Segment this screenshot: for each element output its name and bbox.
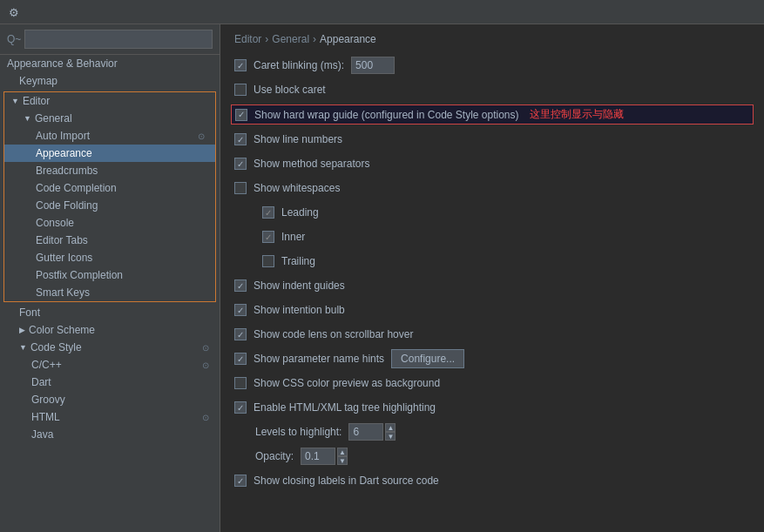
checkbox-show-parameter-hints[interactable] <box>234 353 247 365</box>
sidebar-item-code-style[interactable]: ▼Code Style⊙ <box>0 339 220 356</box>
checkbox-show-hard-wrap[interactable] <box>235 109 247 121</box>
sidebar-item-code-folding[interactable]: Code Folding <box>4 197 215 214</box>
setting-row-trailing: Trailing <box>234 252 750 271</box>
sidebar-item-label: Keymap <box>19 75 213 87</box>
breadcrumb: Editor › General › Appearance <box>234 33 750 45</box>
setting-row-show-intention-bulb: Show intention bulb <box>234 300 750 320</box>
label-inner: Inner <box>281 231 305 243</box>
setting-row-show-whitespaces: Show whitespaces <box>234 178 750 198</box>
checkbox-trailing[interactable] <box>262 255 274 267</box>
setting-row-show-parameter-hints: Show parameter name hintsConfigure... <box>234 349 750 368</box>
checkbox-inner[interactable] <box>262 231 274 243</box>
sidebar-item-general[interactable]: ▼General <box>4 110 215 127</box>
label-show-closing-labels: Show closing labels in Dart source code <box>254 475 439 487</box>
checkbox-show-css-color[interactable] <box>234 377 247 389</box>
label-leading: Leading <box>281 206 319 219</box>
label-show-method-separators: Show method separators <box>254 158 369 170</box>
sidebar-item-label: Editor Tabs <box>36 234 208 246</box>
setting-row-levels-to-highlight: Levels to highlight: ▲ ▼ <box>234 422 750 441</box>
sidebar-item-cpp[interactable]: C/C++⊙ <box>0 356 220 374</box>
sidebar-item-label: Console <box>36 217 208 229</box>
checkbox-show-closing-labels[interactable] <box>234 475 247 487</box>
checkbox-show-code-lens[interactable] <box>234 328 247 340</box>
sidebar-item-label: General <box>35 112 208 125</box>
label-caret-blinking: Caret blinking (ms): <box>254 59 344 71</box>
sidebar-item-label: Dart <box>31 376 213 388</box>
content-area: Editor › General › Appearance Caret blin… <box>220 24 764 532</box>
sidebar-item-label: Gutter Icons <box>36 252 208 264</box>
spinner-down-levels-to-highlight[interactable]: ▼ <box>385 432 396 441</box>
sidebar-nav: Appearance & BehaviorKeymap▼Editor▼Gener… <box>0 55 220 443</box>
setting-label-levels-to-highlight: Levels to highlight: <box>255 426 341 438</box>
checkbox-show-intention-bulb[interactable] <box>234 304 247 316</box>
sidebar-item-html[interactable]: HTML⊙ <box>0 408 220 426</box>
spinner-up-opacity[interactable]: ▲ <box>337 448 348 456</box>
search-input[interactable] <box>24 30 213 49</box>
breadcrumb-general: General <box>272 33 309 45</box>
sidebar-item-groovy[interactable]: Groovy <box>0 391 220 408</box>
checkbox-caret-blinking[interactable] <box>234 59 247 71</box>
label-show-hard-wrap: Show hard wrap guide (configured in Code… <box>254 109 519 121</box>
label-show-whitespaces: Show whitespaces <box>254 182 340 194</box>
setting-row-inner: Inner <box>234 227 750 246</box>
sidebar-item-appearance-behavior[interactable]: Appearance & Behavior <box>0 55 220 72</box>
spinner-input-levels-to-highlight[interactable] <box>348 423 383 441</box>
checkbox-use-block-caret[interactable] <box>234 84 247 96</box>
spinner-levels-to-highlight: ▲ ▼ <box>348 423 396 441</box>
spinner-down-opacity[interactable]: ▼ <box>337 456 348 465</box>
sidebar: Q~ Appearance & BehaviorKeymap▼Editor▼Ge… <box>0 24 220 532</box>
checkbox-show-line-numbers[interactable] <box>234 133 247 145</box>
label-use-block-caret: Use block caret <box>254 84 326 96</box>
spinner-input-opacity[interactable] <box>301 448 335 465</box>
sidebar-item-console[interactable]: Console <box>4 214 215 232</box>
arrow-icon: ▼ <box>24 114 31 123</box>
spinner-arrows-levels-to-highlight: ▲ ▼ <box>385 423 396 441</box>
sidebar-item-keymap[interactable]: Keymap <box>0 72 220 90</box>
sidebar-item-auto-import[interactable]: Auto Import⊙ <box>4 127 215 145</box>
setting-row-caret-blinking: Caret blinking (ms): <box>234 56 750 75</box>
right-icon: ⊙ <box>202 413 209 422</box>
setting-row-opacity: Opacity: ▲ ▼ <box>234 447 750 466</box>
sidebar-item-label: Appearance <box>36 147 208 159</box>
sidebar-item-java[interactable]: Java <box>0 426 220 443</box>
sidebar-item-smart-keys[interactable]: Smart Keys <box>4 284 215 301</box>
checkbox-show-method-separators[interactable] <box>234 158 247 170</box>
sidebar-item-dart[interactable]: Dart <box>0 374 220 391</box>
label-show-indent-guides: Show indent guides <box>254 279 345 292</box>
sidebar-item-label: Code Completion <box>36 182 208 194</box>
checkbox-leading[interactable] <box>262 206 274 219</box>
sidebar-item-editor-tabs[interactable]: Editor Tabs <box>4 232 215 249</box>
sidebar-item-gutter-icons[interactable]: Gutter Icons <box>4 249 215 266</box>
search-icon: Q~ <box>7 33 21 45</box>
sidebar-item-label: Code Style <box>30 341 202 354</box>
sidebar-item-code-completion[interactable]: Code Completion <box>4 179 215 197</box>
arrow-icon: ▶ <box>19 326 25 334</box>
configure-button-show-parameter-hints[interactable]: Configure... <box>391 349 464 368</box>
spinner-up-levels-to-highlight[interactable]: ▲ <box>385 423 396 432</box>
sidebar-item-font[interactable]: Font <box>0 304 220 321</box>
sidebar-item-breadcrumbs[interactable]: Breadcrumbs <box>4 162 215 179</box>
chinese-annotation: 这里控制显示与隐藏 <box>530 107 624 122</box>
setting-row-use-block-caret: Use block caret <box>234 80 750 99</box>
checkbox-show-whitespaces[interactable] <box>234 182 247 194</box>
setting-row-show-hard-wrap: Show hard wrap guide (configured in Code… <box>231 104 754 125</box>
input-caret-blinking[interactable] <box>351 57 395 74</box>
checkbox-show-indent-guides[interactable] <box>234 279 247 292</box>
sidebar-item-label: Color Scheme <box>29 324 213 336</box>
setting-row-show-line-numbers: Show line numbers <box>234 130 750 149</box>
sidebar-item-color-scheme[interactable]: ▶Color Scheme <box>0 321 220 339</box>
sidebar-item-editor[interactable]: ▼Editor <box>4 92 215 110</box>
sidebar-item-appearance[interactable]: Appearance <box>4 145 215 162</box>
right-icon: ⊙ <box>202 360 209 370</box>
settings-rows: Caret blinking (ms):Use block caretShow … <box>234 56 750 490</box>
label-show-intention-bulb: Show intention bulb <box>254 304 345 316</box>
setting-row-show-method-separators: Show method separators <box>234 154 750 173</box>
breadcrumb-appearance: Appearance <box>320 33 376 45</box>
checkbox-enable-html-xml[interactable] <box>234 401 247 414</box>
label-trailing: Trailing <box>281 255 315 267</box>
main-layout: Q~ Appearance & BehaviorKeymap▼Editor▼Ge… <box>0 24 764 532</box>
right-icon: ⊙ <box>198 131 205 141</box>
sidebar-item-label: Groovy <box>31 394 213 406</box>
sidebar-item-label: HTML <box>31 411 202 423</box>
sidebar-item-postfix-completion[interactable]: Postfix Completion <box>4 266 215 284</box>
